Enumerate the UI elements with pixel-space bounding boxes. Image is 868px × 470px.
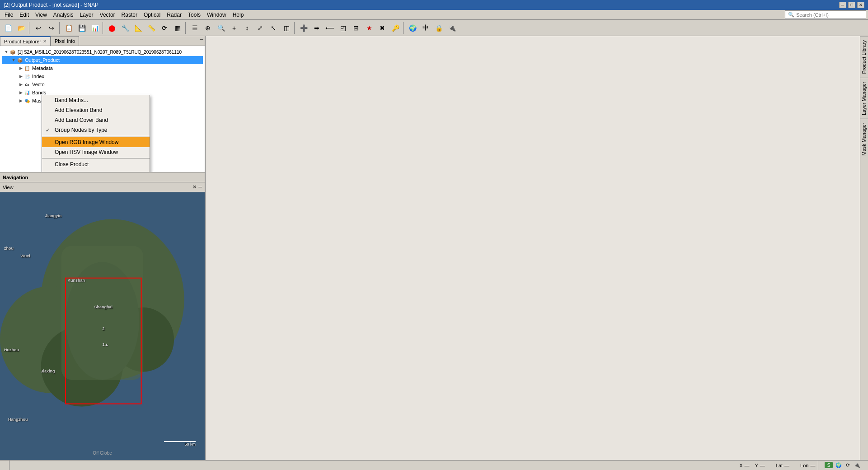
tb-btn24[interactable]: ⊞ — [350, 22, 362, 34]
tb-btn26[interactable]: ✖ — [376, 22, 389, 34]
tb-btn27[interactable]: 🔑 — [389, 22, 402, 34]
map-view[interactable]: Jiangyin zhou Wuxi Kunshan Shanghai 2 1▲… — [0, 192, 205, 460]
menu-raster[interactable]: Raster — [119, 11, 140, 19]
map-label-marker2: 2 — [103, 326, 105, 331]
nav-view-title: View — [3, 185, 14, 190]
tree-vector-icon: 🗂 — [23, 81, 31, 88]
tb-btn20[interactable]: ➕ — [297, 22, 310, 34]
time-display: S 🌍 ⟳ 🔌 — [825, 462, 862, 468]
tree-view[interactable]: ▼ 📦 [1] S2A_MSIL1C_20190628T023551_N0207… — [0, 46, 205, 172]
menu-window[interactable]: Window — [204, 11, 229, 19]
tree-expander[interactable]: ▼ — [4, 49, 9, 55]
panel-minimize-button[interactable]: ─ — [198, 36, 205, 42]
map-label-hangzhou: Hangzhou — [8, 417, 28, 422]
redo-button[interactable]: ↪ — [45, 22, 58, 34]
ctx-open-hsv[interactable]: Open HSV Image Window — [42, 147, 150, 157]
menu-help[interactable]: Help — [230, 11, 247, 19]
context-menu: Band Maths... Add Elevation Band Add Lan… — [42, 95, 150, 172]
tb-btn18[interactable]: ⤡ — [267, 22, 280, 34]
menu-view[interactable]: View — [33, 11, 50, 19]
tb-btn5[interactable]: 📊 — [89, 22, 101, 34]
tb-btn8[interactable]: 📐 — [132, 22, 145, 34]
maximize-button[interactable]: □ — [848, 2, 855, 8]
tb-btn21[interactable]: ➡ — [310, 22, 323, 34]
lon-value: — — [810, 463, 815, 468]
globe-icon: 🌍 — [835, 462, 842, 468]
tree-row-metadata[interactable]: ▶ 📋 Metadata — [2, 64, 203, 72]
tree-expander[interactable]: ▶ — [18, 98, 23, 103]
menu-layer[interactable]: Layer — [77, 11, 96, 19]
menu-tools[interactable]: Tools — [185, 11, 203, 19]
open-button[interactable]: 📂 — [15, 22, 28, 34]
tb-btn12[interactable]: ☰ — [188, 22, 201, 34]
tb-btn25[interactable]: ★ — [363, 22, 375, 34]
tree-metadata-label: Metadata — [32, 65, 53, 71]
tree-masks-icon: 🎭 — [23, 97, 31, 104]
tb-btn23[interactable]: ◰ — [337, 22, 349, 34]
minimize-button[interactable]: ─ — [839, 2, 846, 8]
ctx-close-all-products[interactable]: Close All Products — [42, 169, 150, 172]
menu-file[interactable]: File — [2, 11, 16, 19]
tree-metadata-icon: 📋 — [23, 65, 31, 72]
menu-analysis[interactable]: Analysis — [51, 11, 76, 19]
tab-product-explorer[interactable]: Product Explorer ✕ — [0, 36, 51, 46]
main-viewport — [206, 36, 868, 460]
menu-edit[interactable]: Edit — [17, 11, 32, 19]
tb-btn31[interactable]: 🔌 — [446, 22, 458, 34]
close-button[interactable]: ✕ — [857, 2, 864, 8]
tree-expander[interactable]: ▶ — [18, 82, 23, 87]
tb-btn3[interactable]: 📋 — [62, 22, 75, 34]
tb-btn14[interactable]: 🔍 — [215, 22, 227, 34]
tree-row-index[interactable]: ▶ 📑 Index — [2, 72, 203, 80]
ctx-open-rgb[interactable]: Open RGB Image Window — [42, 137, 150, 147]
tree-row[interactable]: ▼ 📦 [1] S2A_MSIL1C_20190628T023551_N0207… — [2, 48, 203, 56]
nav-controls: ✕ ─ — [192, 184, 202, 190]
tb-btn17[interactable]: ⤢ — [254, 22, 267, 34]
tree-expander[interactable]: ▶ — [18, 65, 23, 71]
tb-btn22[interactable]: ⟵ — [324, 22, 336, 34]
tb-btn6[interactable]: ⬤ — [106, 22, 118, 34]
tree-row-vector[interactable]: ▶ 🗂 Vecto — [2, 80, 203, 88]
nav-secondary-header: View ✕ ─ — [0, 182, 205, 192]
map-label-jiaxing: Jiaxing — [41, 369, 55, 373]
menu-vector[interactable]: Vector — [97, 11, 118, 19]
tb-btn19[interactable]: ◫ — [280, 22, 293, 34]
ctx-group-nodes[interactable]: ✓ Group Nodes by Type — [42, 125, 150, 135]
side-panel-product-library[interactable]: Product Library — [860, 36, 868, 78]
tree-expander[interactable]: ▶ — [18, 90, 23, 95]
tree-expander[interactable]: ▼ — [11, 57, 16, 63]
menu-radar[interactable]: Radar — [164, 11, 184, 19]
tb-btn10[interactable]: ⟳ — [158, 22, 171, 34]
lon-label: Lon — [800, 463, 808, 468]
side-panel-mask-manager[interactable]: Mask Manager — [860, 119, 868, 159]
tb-sep3 — [103, 22, 104, 34]
ctx-add-land-cover[interactable]: Add Land Cover Band — [42, 115, 150, 125]
new-button[interactable]: 📄 — [2, 22, 14, 34]
tb-btn28[interactable]: 🌍 — [406, 22, 419, 34]
tree-expander[interactable]: ▶ — [18, 74, 23, 79]
tab-product-explorer-close[interactable]: ✕ — [43, 39, 47, 44]
ctx-sep1 — [42, 136, 150, 136]
tree-row-output-product[interactable]: ▼ 📦 Output_Product — [2, 56, 203, 64]
tb-btn7[interactable]: 🔧 — [119, 22, 131, 34]
ctx-close-product[interactable]: Close Product — [42, 159, 150, 169]
tb-btn30[interactable]: 🔒 — [432, 22, 445, 34]
undo-button[interactable]: ↩ — [32, 22, 45, 34]
tb-btn29[interactable]: 中 — [419, 22, 432, 34]
ctx-add-elevation[interactable]: Add Elevation Band — [42, 105, 150, 115]
tb-btn13[interactable]: ⊕ — [202, 22, 214, 34]
nav-close-icon[interactable]: ✕ — [192, 184, 197, 190]
tb-btn15[interactable]: + — [228, 22, 240, 34]
ctx-band-maths[interactable]: Band Maths... — [42, 95, 150, 105]
tb-btn4[interactable]: 💾 — [75, 22, 88, 34]
tb-btn11[interactable]: ▦ — [171, 22, 184, 34]
nav-minimize-icon[interactable]: ─ — [198, 184, 202, 190]
menu-optical[interactable]: Optical — [141, 11, 163, 19]
search-input[interactable] — [796, 12, 859, 18]
y-value: — — [760, 463, 765, 468]
lat-label: Lat — [776, 463, 783, 468]
tb-btn9[interactable]: 📏 — [145, 22, 158, 34]
side-panel-layer-manager[interactable]: Layer Manager — [860, 78, 868, 119]
tb-btn16[interactable]: ↕ — [241, 22, 253, 34]
tab-pixel-info[interactable]: Pixel Info — [51, 36, 79, 46]
